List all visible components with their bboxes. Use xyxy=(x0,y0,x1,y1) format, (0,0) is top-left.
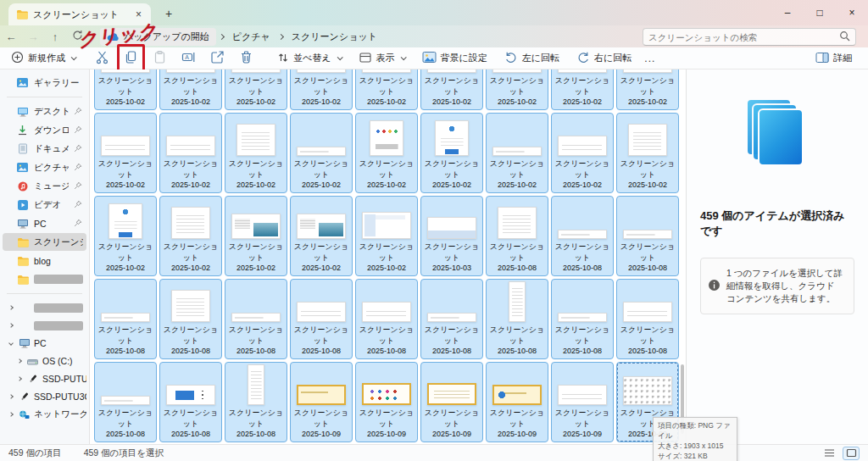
tab-close-icon[interactable]: × xyxy=(133,8,144,20)
chevron-icon[interactable] xyxy=(8,323,14,328)
file-tile[interactable]: スクリーンショット2025-10-08144451 xyxy=(290,279,353,359)
new-button[interactable]: 新規作成 xyxy=(7,48,80,68)
chevron-icon[interactable] xyxy=(8,394,14,399)
rename-button[interactable]: A xyxy=(178,47,199,69)
copy-button[interactable] xyxy=(120,47,142,69)
sidebar-item-label: ドキュメント xyxy=(34,143,69,155)
file-tile[interactable]: スクリーンショット2025-10-02113508 xyxy=(94,113,157,193)
set-background-button[interactable]: 背景に設定 xyxy=(418,48,492,68)
sidebar-item[interactable]: ミュージック xyxy=(3,177,86,195)
search-input[interactable] xyxy=(648,32,839,42)
file-tile[interactable]: スクリーンショット2025-10-08145437 xyxy=(420,279,483,359)
view-button[interactable]: 表示 xyxy=(354,48,409,69)
sidebar-item[interactable] xyxy=(3,270,86,288)
file-tile[interactable]: スクリーンショット2025-10-02114846 xyxy=(94,196,157,276)
breadcrumb-screenshots[interactable]: スクリーンショット xyxy=(287,28,382,46)
file-tile[interactable]: スクリーンショット2025-10-08143830 xyxy=(486,196,548,276)
details-view-icon[interactable] xyxy=(821,447,837,460)
file-thumbnail xyxy=(487,280,548,324)
chevron-icon[interactable] xyxy=(17,376,22,381)
more-options-button[interactable]: ... xyxy=(639,53,660,64)
minimize-button[interactable]: – xyxy=(771,0,804,25)
sidebar-item[interactable]: blog xyxy=(3,252,86,269)
file-tile[interactable]: スクリーンショット2025-10-02114616 xyxy=(551,113,614,193)
file-tile[interactable]: スクリーンショット2025-10-02104824 xyxy=(159,69,222,110)
maximize-button[interactable]: □ xyxy=(804,0,836,25)
sidebar-item-gallery[interactable]: ギャラリー xyxy=(3,74,86,92)
sidebar-item[interactable]: スクリーンショット xyxy=(3,233,86,251)
file-tile[interactable]: スクリーンショット2025-10-02115108 xyxy=(225,196,287,276)
new-tab-button[interactable]: + xyxy=(159,5,178,22)
copy-icon xyxy=(124,56,138,66)
file-tile[interactable]: スクリーンショット2025-10-09193550 xyxy=(551,362,614,442)
rotate-right-button[interactable]: 右に回転 xyxy=(572,48,636,69)
file-tile[interactable]: スクリーンショット2025-10-09193130 xyxy=(355,362,418,442)
file-tile[interactable]: スクリーンショット2025-10-02114033 xyxy=(290,113,353,193)
file-tile[interactable]: スクリーンショット2025-10-02114742 xyxy=(616,113,679,193)
file-tile[interactable]: スクリーンショット2025-10-08144026 xyxy=(94,279,157,359)
file-tile[interactable]: スクリーンショット2025-10-09192947 xyxy=(290,362,353,442)
share-button[interactable] xyxy=(207,47,228,69)
file-tile[interactable]: スクリーンショット2025-10-02112733 xyxy=(355,69,418,110)
file-tile[interactable]: スクリーンショット2025-10-03134148 xyxy=(420,196,483,276)
sidebar-item[interactable]: ビデオ xyxy=(3,196,86,214)
file-tile[interactable]: スクリーンショット2025-10-09193158 xyxy=(420,362,483,442)
file-tile[interactable]: スクリーンショット2025-10-02113329 xyxy=(486,69,548,110)
file-tile[interactable]: スクリーンショット2025-10-08150035 xyxy=(159,362,222,442)
tree-item[interactable]: SSD-PUTU3C ( xyxy=(3,370,86,387)
close-button[interactable]: × xyxy=(836,0,868,25)
file-tile[interactable]: スクリーンショット2025-10-08151848 xyxy=(225,362,287,442)
sort-button[interactable]: 並べ替え xyxy=(273,49,346,68)
thumbnail-view-icon[interactable] xyxy=(843,447,860,460)
file-tile[interactable]: スクリーンショット2025-10-02115131 xyxy=(290,196,353,276)
file-tile[interactable]: スクリーンショット2025-10-02114357 xyxy=(420,113,483,193)
file-tile[interactable]: スクリーンショット2025-10-08145843 xyxy=(551,279,614,359)
tree-item[interactable] xyxy=(3,299,86,316)
delete-button[interactable] xyxy=(236,47,257,69)
file-tile[interactable]: スクリーンショット2025-10-08145741 xyxy=(486,279,548,359)
sidebar-item[interactable]: PC xyxy=(3,214,86,232)
file-tile[interactable]: スクリーンショット2025-10-02113823 xyxy=(225,113,287,193)
file-tile[interactable]: スクリーンショット2025-10-02114317 xyxy=(355,113,418,193)
file-tile[interactable]: スクリーンショット2025-10-02114937 xyxy=(159,196,222,276)
file-tile[interactable]: スクリーンショット2025-10-02112327 xyxy=(290,69,353,110)
file-tile[interactable]: スクリーンショット2025-10-08145938 xyxy=(616,279,679,359)
rotate-left-button[interactable]: 左に回転 xyxy=(500,48,564,69)
tree-item[interactable]: PC xyxy=(3,335,86,352)
tree-item[interactable]: ネットワーク xyxy=(3,406,86,423)
back-button[interactable]: ← xyxy=(0,31,22,43)
up-button[interactable]: ↑ xyxy=(44,31,66,43)
file-tile[interactable]: スクリーンショット2025-10-08144248 xyxy=(159,279,222,359)
paste-button[interactable] xyxy=(149,47,170,69)
file-tile[interactable]: スクリーンショット2025-10-02104631 xyxy=(94,69,157,110)
chevron-icon[interactable] xyxy=(17,358,22,364)
sidebar-item[interactable]: ダウンロード xyxy=(3,121,86,139)
file-tile[interactable]: スクリーンショット2025-10-02113346 xyxy=(551,69,614,110)
breadcrumb-pictures[interactable]: ピクチャ xyxy=(227,28,275,46)
window-controls: – □ × xyxy=(771,0,868,25)
file-tile[interactable]: スクリーンショット2025-10-08144326 xyxy=(225,279,287,359)
file-tile[interactable]: スクリーンショット2025-10-02113424 xyxy=(616,69,679,110)
file-tile[interactable]: スクリーンショット2025-10-02113615 xyxy=(159,113,222,193)
file-tile[interactable]: スクリーンショット2025-10-02114519 xyxy=(486,113,548,193)
search-box xyxy=(643,28,856,46)
chevron-icon[interactable] xyxy=(8,341,14,346)
file-tile[interactable]: スクリーンショット2025-10-08143940 xyxy=(616,196,679,276)
tree-item[interactable] xyxy=(3,317,86,334)
file-tile[interactable]: スクリーンショット2025-10-02104919 xyxy=(225,69,287,110)
file-tile[interactable]: スクリーンショット2025-10-02115314 xyxy=(355,196,418,276)
sidebar-item[interactable]: ピクチャ xyxy=(3,158,86,176)
details-pane-toggle[interactable]: 詳細 xyxy=(811,49,856,68)
file-tile[interactable]: スクリーンショット2025-10-08150002 xyxy=(94,362,157,442)
chevron-icon[interactable] xyxy=(8,412,14,417)
tree-item[interactable]: SSD-PUTU3C (D xyxy=(3,388,86,405)
tree-item[interactable]: OS (C:) xyxy=(3,353,86,369)
sidebar-item[interactable]: ドキュメント xyxy=(3,140,86,158)
forward-button[interactable]: → xyxy=(22,31,44,43)
chevron-icon[interactable] xyxy=(8,305,14,310)
file-tile[interactable]: スクリーンショット2025-10-09193233 xyxy=(486,362,548,442)
file-tile[interactable]: スクリーンショット2025-10-08143918 xyxy=(551,196,614,276)
file-tile[interactable]: スクリーンショット2025-10-02113142 xyxy=(420,69,483,110)
sidebar-item[interactable]: デスクトップ xyxy=(3,103,86,120)
file-tile[interactable]: スクリーンショット2025-10-08144600 xyxy=(355,279,418,359)
